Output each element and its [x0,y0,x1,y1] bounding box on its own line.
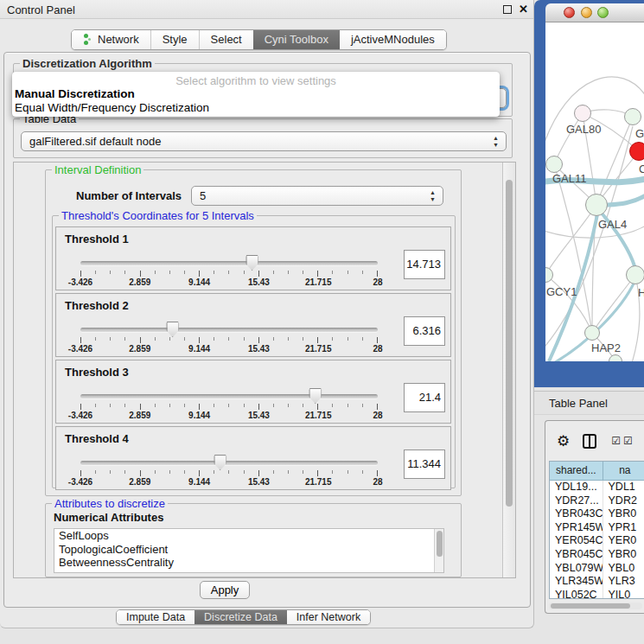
table-row[interactable]: YBR045CYBR0 [550,548,644,562]
control-panel-window: Control Panel ✕ NetworkStyleSelectCyni T… [0,0,534,628]
minimize-traffic-light-icon[interactable] [581,7,592,18]
tab-label: Cyni Toolbox [265,30,328,49]
table-row[interactable]: YBR043CYBR0 [550,507,644,521]
scrollbar-thumb[interactable] [506,180,513,507]
attributes-list-scrollbar[interactable] [434,529,443,572]
network-canvas[interactable]: GAL80GACGAL11GAL4GCY1HHAP2 [545,22,644,361]
split-view-icon[interactable] [583,434,596,449]
network-node-gal4[interactable] [585,194,608,216]
close-traffic-light-icon[interactable] [564,7,575,18]
network-node-c[interactable] [629,142,644,161]
slider-tick-labels: -3.4262.8599.14415.4321.71528 [80,411,378,422]
tab-cyni-toolbox[interactable]: Cyni Toolbox [253,30,340,49]
threshold-label: Threshold 1 [65,233,129,245]
slider-track[interactable] [80,394,378,399]
table-cell: YLR345W [550,575,603,589]
tick-label: 15.43 [248,344,270,354]
table-toolbar: ⚙ ☑ ☑ [545,428,644,454]
combo-arrows-icon: ▲▼ [492,135,500,149]
tab-infer-network[interactable]: Infer Network [287,610,370,624]
slider-thumb[interactable] [214,455,226,470]
gear-icon[interactable]: ⚙ [557,433,570,449]
tab-label: Impute Data [126,610,185,624]
table-horizontal-scrollbar[interactable] [549,603,642,609]
attribute-item[interactable]: BetweennessCentrality [54,556,443,570]
slider-thumb[interactable] [166,322,179,337]
table-row[interactable]: YER054CYER0 [550,534,644,548]
popup-option-manual[interactable]: Manual Discretization [12,87,500,101]
table-cell: YLR3 [603,575,644,589]
table-row[interactable]: YDR27...YDR2 [550,494,644,508]
threshold-slider[interactable]: -3.4262.8599.14415.4321.71528 [80,318,378,356]
column-header[interactable]: shared... [550,462,603,481]
interval-definition-title: Interval Definition [52,163,143,176]
attributes-list[interactable]: SelfLoopsTopologicalCoefficientBetweenne… [54,528,444,573]
threshold-label: Threshold 3 [65,366,129,379]
tick-label: 9.144 [188,411,210,420]
table-cell: YBL079W [550,562,603,576]
tab-label: Discretize Data [204,610,277,624]
slider-thumb[interactable] [245,255,258,271]
threshold-value[interactable]: 21.4 [404,383,445,412]
node-label: GAL4 [598,218,627,231]
threshold-slider[interactable]: -3.4262.8599.14415.4321.71528 [80,451,378,489]
attribute-item[interactable]: TopologicalCoefficient [54,543,443,557]
threshold-slider[interactable]: -3.4262.8599.14415.4321.71528 [80,385,378,423]
checkbox-icon[interactable]: ☑ [611,436,621,446]
num-intervals-select[interactable]: 5 ▲▼ [191,186,443,206]
close-icon[interactable]: ✕ [519,4,528,14]
float-window-icon[interactable] [503,5,512,14]
combo-arrows-icon: ▲▼ [429,189,437,203]
tick-label: 2.859 [129,411,150,420]
network-node-hap2[interactable] [584,325,600,341]
slider-track[interactable] [80,328,378,332]
table-row[interactable]: YBL079WYBL0 [550,562,644,576]
table-row[interactable]: YDL19...YDL1 [550,481,644,494]
settings-scroll-area: Interval Definition Number of Intervals … [13,162,516,578]
tick-label: 9.144 [188,477,210,487]
node-label: H [638,286,644,299]
threshold-panel: Threshold 2 -3.4262.8599.14415.4321.7152… [55,293,451,357]
threshold-value[interactable]: 6.316 [404,316,445,346]
slider-track[interactable] [80,261,378,265]
slider-track[interactable] [80,461,378,465]
tab-network[interactable]: Network [72,30,150,49]
tab-jactivemnodules[interactable]: jActiveMNodules [340,30,446,49]
slider-thumb[interactable] [309,388,322,404]
threshold-slider[interactable]: -3.4262.8599.14415.4321.71528 [80,252,378,290]
node-table[interactable]: shared...na YDL19...YDL1YDR27...YDR2YBR0… [549,461,644,599]
apply-button[interactable]: Apply [200,581,250,599]
network-node-ga[interactable] [624,108,641,125]
column-header[interactable]: na [603,462,644,481]
network-node-gal80[interactable] [574,105,591,122]
threshold-value[interactable]: 14.713 [404,250,445,279]
table-header-row: shared...na [550,462,644,481]
tab-style[interactable]: Style [150,30,199,49]
slider-tick-labels: -3.4262.8599.14415.4321.71528 [80,277,378,289]
vertical-scrollbar[interactable] [502,163,515,577]
tick-label: -3.426 [68,344,92,354]
network-view-window: GAL80GACGAL11GAL4GCY1HHAP2 [534,0,644,387]
table-row[interactable]: YIL052CYIL0 [550,589,644,599]
network-node-gal11[interactable] [545,156,563,173]
zoom-traffic-light-icon[interactable] [597,7,609,18]
network-node-h[interactable] [626,265,644,284]
num-intervals-value: 5 [200,189,206,202]
checkbox-icon[interactable]: ☑ [623,436,633,446]
table-data-select[interactable]: galFiltered.sif default node ▲▼ [21,131,507,151]
table-row[interactable]: YLR345WYLR3 [550,575,644,589]
popup-option-equal-width[interactable]: Equal Width/Frequency Discretization [12,101,500,115]
threshold-panel: Threshold 4 -3.4262.8599.14415.4321.7152… [55,426,451,490]
tick-label: 28 [373,411,382,420]
tab-impute-data[interactable]: Impute Data [117,610,194,624]
algorithm-popup: Select algorithm to view settings Manual… [12,72,500,117]
attributes-group: Attributes to discretize Numerical Attri… [45,503,462,577]
tab-label: Infer Network [296,610,360,624]
table-cell: YBR0 [603,548,644,562]
attribute-item[interactable]: SelfLoops [54,529,443,543]
tab-discretize-data[interactable]: Discretize Data [194,610,287,624]
threshold-value[interactable]: 11.344 [404,450,445,479]
table-row[interactable]: YPR145WYPR1 [550,521,644,535]
tab-select[interactable]: Select [199,30,253,49]
node-label: C [639,163,644,175]
